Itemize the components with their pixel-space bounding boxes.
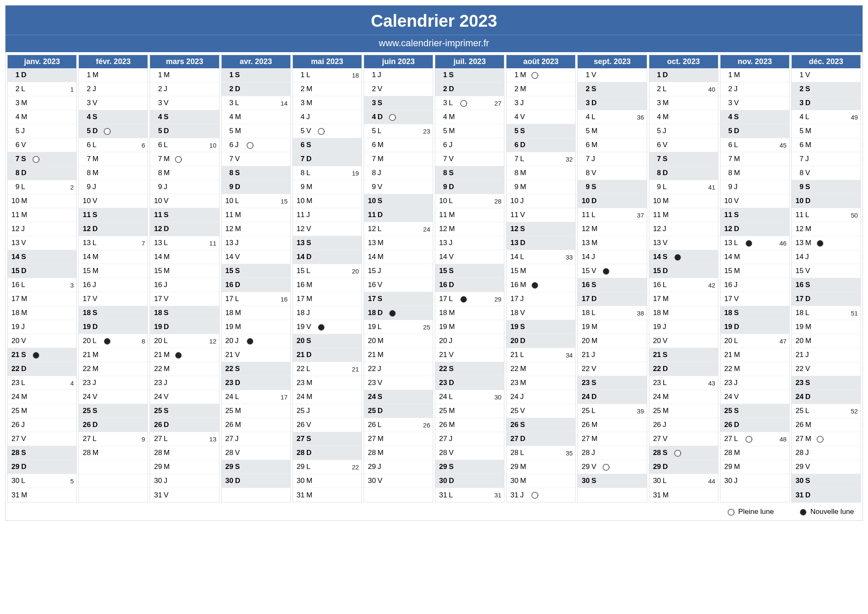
day-abbr: V (92, 295, 102, 303)
day-number: 5 (153, 127, 164, 135)
day-cell: 31M (293, 488, 362, 502)
day-number: 25 (438, 407, 449, 415)
day-number: 2 (509, 85, 520, 93)
day-abbr: S (164, 113, 173, 121)
day-number: 9 (295, 183, 306, 191)
day-number: 15 (723, 267, 734, 275)
day-number: 29 (580, 463, 591, 471)
day-cell: 2J (79, 82, 147, 96)
day-abbr: V (235, 155, 245, 163)
week-number: 2 (69, 184, 74, 191)
day-number: 26 (580, 421, 591, 429)
day-number: 16 (153, 281, 164, 289)
months-grid: janv. 20231D2L13M4M5J6V7S8D9L210M11M12J1… (6, 52, 862, 504)
day-number: 14 (509, 253, 520, 261)
day-cell: 22S (222, 362, 290, 376)
day-cell: 15M (506, 264, 575, 278)
day-number: 15 (295, 267, 306, 275)
day-abbr: L (235, 99, 245, 107)
day-abbr: L (449, 491, 458, 500)
day-abbr: M (734, 449, 743, 457)
day-cell: 17V (721, 292, 789, 306)
day-number: 25 (367, 407, 378, 415)
day-number: 1 (580, 71, 591, 79)
day-abbr: V (591, 71, 601, 79)
month-column: mai 20231L182M3M4J5V6S7D8L199M10M11J12V1… (292, 55, 362, 502)
day-abbr: D (92, 225, 102, 233)
day-cell: 11M (649, 208, 718, 222)
day-cell: 10L15 (222, 194, 290, 208)
day-number: 13 (367, 239, 378, 247)
day-cell: 20M (792, 334, 860, 348)
day-cell: 10L28 (435, 194, 504, 208)
day-number: 23 (438, 379, 449, 387)
day-cell: 3S (364, 96, 433, 110)
month-column: déc. 20231V2S3D4L495M6M7J8V9S10D11L5012M… (791, 55, 861, 502)
day-number: 13 (580, 239, 591, 247)
day-abbr: S (378, 197, 387, 205)
day-abbr: S (92, 113, 102, 121)
day-number: 7 (367, 155, 378, 163)
day-cell: 3V (721, 96, 789, 110)
day-abbr: M (92, 155, 102, 163)
day-cell: 3M (649, 96, 718, 110)
day-cell: 5L23 (364, 124, 433, 138)
day-cell: 7V (435, 152, 504, 166)
day-cell (222, 488, 290, 502)
day-abbr: S (164, 211, 173, 219)
day-number: 30 (723, 477, 734, 485)
day-cell: 8S (222, 166, 290, 180)
week-number: 43 (707, 380, 715, 387)
new-moon-icon (175, 351, 182, 359)
day-number: 28 (794, 449, 805, 457)
day-cell: 9V (364, 180, 433, 194)
day-cell: 15D (8, 264, 76, 278)
day-abbr: S (449, 267, 458, 275)
day-cell: 25M (435, 404, 504, 418)
day-abbr: V (663, 141, 672, 149)
day-cell: 28S (649, 446, 718, 460)
day-abbr: J (21, 225, 31, 233)
day-cell: 13J (435, 236, 504, 250)
day-cell: 10D (578, 194, 646, 208)
day-abbr: M (164, 155, 173, 163)
day-abbr: J (306, 211, 316, 219)
day-cell: 20S (293, 334, 362, 348)
day-cell: 6J (435, 138, 504, 152)
day-abbr: M (92, 71, 102, 79)
day-number: 3 (652, 99, 663, 107)
day-abbr: V (235, 351, 245, 359)
day-number: 19 (10, 323, 21, 331)
day-number: 4 (153, 113, 164, 121)
week-number: 46 (778, 240, 787, 247)
day-cell (79, 460, 147, 474)
day-abbr: J (164, 183, 173, 191)
day-number: 6 (367, 141, 378, 149)
day-cell: 16J (150, 278, 219, 292)
day-abbr: S (805, 477, 815, 485)
day-number: 7 (224, 155, 235, 163)
day-number: 1 (153, 71, 164, 79)
day-number: 30 (153, 477, 164, 485)
day-abbr: J (805, 253, 815, 261)
day-abbr: V (449, 155, 458, 163)
day-number: 29 (10, 463, 21, 471)
day-abbr: D (663, 71, 672, 79)
day-cell: 13M (792, 236, 860, 250)
day-cell (721, 488, 789, 502)
day-cell: 23M (506, 376, 575, 390)
day-abbr: V (306, 225, 316, 233)
day-number: 2 (367, 85, 378, 93)
day-number: 30 (367, 477, 378, 485)
day-abbr: D (164, 421, 173, 429)
day-abbr: M (591, 337, 601, 345)
day-cell: 3J (506, 96, 575, 110)
day-number: 11 (153, 211, 164, 219)
svg-point-33 (746, 436, 752, 442)
day-cell: 18J (293, 306, 362, 320)
day-cell: 27S (293, 432, 362, 446)
day-cell: 16J (721, 278, 789, 292)
day-cell: 2L1 (8, 82, 76, 96)
new-moon-icon (32, 351, 40, 359)
day-abbr: M (378, 239, 387, 247)
